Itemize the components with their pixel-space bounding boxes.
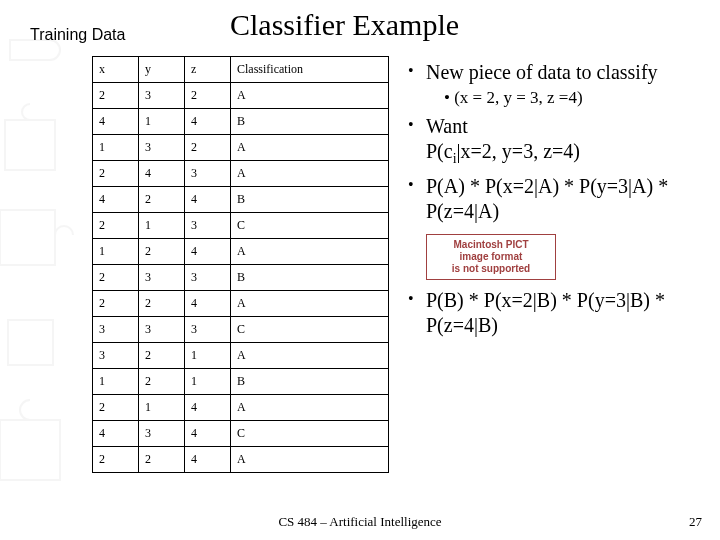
table-cell: 3 <box>139 421 185 447</box>
bullet-want: Want P(ci|x=2, y=3, z=4) <box>408 114 708 168</box>
table-cell: 4 <box>185 239 231 265</box>
table-cell: 2 <box>139 343 185 369</box>
table-cell: C <box>231 213 389 239</box>
table-cell: 4 <box>185 109 231 135</box>
slide-title: Classifier Example <box>230 8 459 42</box>
table-cell: A <box>231 161 389 187</box>
col-header-y: y <box>139 57 185 83</box>
bullet-pb-text: P(B) * P(x=2|B) * P(y=3|B) * P(z=4|B) <box>426 289 665 336</box>
table-cell: 2 <box>139 447 185 473</box>
table-cell: 1 <box>93 135 139 161</box>
table-row: 333C <box>93 317 389 343</box>
table-row: 224A <box>93 447 389 473</box>
table-cell: 1 <box>185 369 231 395</box>
table-cell: A <box>231 239 389 265</box>
table-cell: 2 <box>93 265 139 291</box>
bullet-new-data: New piece of data to classify (x = 2, y … <box>408 60 708 108</box>
table-row: 434C <box>93 421 389 447</box>
table-cell: 3 <box>139 317 185 343</box>
table-cell: B <box>231 109 389 135</box>
table-cell: A <box>231 83 389 109</box>
table-cell: 2 <box>139 291 185 317</box>
section-label: Training Data <box>30 26 125 44</box>
table-cell: A <box>231 343 389 369</box>
bullet-want-line2: P(ci|x=2, y=3, z=4) <box>426 140 580 162</box>
table-row: 233B <box>93 265 389 291</box>
table-cell: 2 <box>139 239 185 265</box>
table-cell: B <box>231 265 389 291</box>
bullet-pa-text: P(A) * P(x=2|A) * P(y=3|A) * P(z=4|A) <box>426 175 668 222</box>
table-cell: 4 <box>93 187 139 213</box>
table-cell: 2 <box>93 291 139 317</box>
table-cell: 4 <box>185 421 231 447</box>
table-cell: 1 <box>139 213 185 239</box>
table-row: 121B <box>93 369 389 395</box>
col-header-classification: Classification <box>231 57 389 83</box>
table-row: 321A <box>93 343 389 369</box>
table-cell: 3 <box>185 317 231 343</box>
bullet-area: New piece of data to classify (x = 2, y … <box>408 60 708 344</box>
table-cell: C <box>231 421 389 447</box>
table-cell: 4 <box>185 291 231 317</box>
table-cell: 3 <box>185 213 231 239</box>
table-cell: B <box>231 187 389 213</box>
table-cell: 1 <box>139 109 185 135</box>
bullet-pa: P(A) * P(x=2|A) * P(y=3|A) * P(z=4|A) <box>408 174 708 224</box>
table-cell: 2 <box>139 369 185 395</box>
table-cell: 1 <box>185 343 231 369</box>
table-cell: 4 <box>185 395 231 421</box>
table-cell: A <box>231 395 389 421</box>
table-cell: 2 <box>93 83 139 109</box>
bullet-pb: P(B) * P(x=2|B) * P(y=3|B) * P(z=4|B) <box>408 288 708 338</box>
table-cell: 3 <box>93 317 139 343</box>
table-cell: C <box>231 317 389 343</box>
table-row: 243A <box>93 161 389 187</box>
table-row: 424B <box>93 187 389 213</box>
table-row: 132A <box>93 135 389 161</box>
table-cell: 2 <box>185 83 231 109</box>
footer-text: CS 484 – Artificial Intelligence <box>0 514 720 530</box>
col-header-x: x <box>93 57 139 83</box>
sub-bullet-xyz: (x = 2, y = 3, z =4) <box>426 87 708 108</box>
table-cell: 4 <box>93 421 139 447</box>
slide-number: 27 <box>689 514 702 530</box>
table-header-row: x y z Classification <box>93 57 389 83</box>
table-cell: 4 <box>93 109 139 135</box>
table-row: 224A <box>93 291 389 317</box>
col-header-z: z <box>185 57 231 83</box>
table-cell: 3 <box>93 343 139 369</box>
table-cell: 2 <box>93 447 139 473</box>
table-cell: 2 <box>185 135 231 161</box>
table-cell: 3 <box>139 135 185 161</box>
table-row: 214A <box>93 395 389 421</box>
bullet-text: New piece of data to classify <box>426 61 658 83</box>
table-cell: 1 <box>93 239 139 265</box>
table-cell: 2 <box>93 213 139 239</box>
table-cell: 3 <box>185 265 231 291</box>
table-cell: 2 <box>93 161 139 187</box>
table-cell: 2 <box>139 187 185 213</box>
table-cell: 4 <box>139 161 185 187</box>
bullet-want-line1: Want <box>426 115 468 137</box>
table-row: 124A <box>93 239 389 265</box>
table-row: 213C <box>93 213 389 239</box>
pict-placeholder: Macintosh PICT image format is not suppo… <box>426 234 556 280</box>
table-row: 232A <box>93 83 389 109</box>
table-cell: 4 <box>185 447 231 473</box>
table-cell: A <box>231 291 389 317</box>
training-data-table: x y z Classification 232A414B132A243A424… <box>92 56 388 473</box>
table-cell: 3 <box>139 265 185 291</box>
table-row: 414B <box>93 109 389 135</box>
table-cell: 2 <box>93 395 139 421</box>
table-cell: 3 <box>185 161 231 187</box>
table-cell: A <box>231 447 389 473</box>
table-cell: 1 <box>139 395 185 421</box>
table-cell: 4 <box>185 187 231 213</box>
table-cell: A <box>231 135 389 161</box>
table-cell: B <box>231 369 389 395</box>
table-cell: 3 <box>139 83 185 109</box>
table-cell: 1 <box>93 369 139 395</box>
